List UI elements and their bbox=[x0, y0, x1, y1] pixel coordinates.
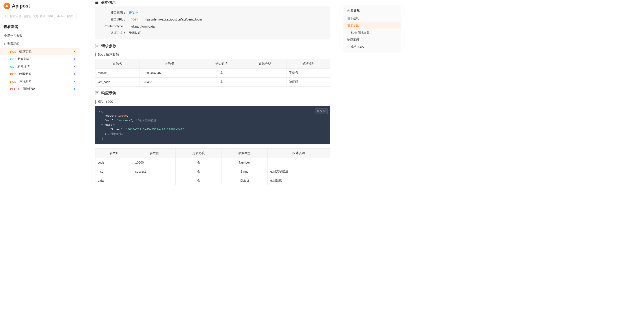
auth-value: 无需认证 bbox=[129, 31, 141, 35]
toc-item[interactable]: 请求参数 bbox=[344, 22, 401, 29]
accent-bar bbox=[95, 53, 96, 56]
table-header: 参数名 bbox=[96, 148, 133, 158]
table-cell bbox=[243, 78, 286, 87]
table-cell: 否 bbox=[176, 158, 222, 167]
logo-icon bbox=[4, 3, 10, 9]
content-type-label: Content-Type： bbox=[100, 24, 126, 28]
table-cell bbox=[267, 158, 330, 167]
table-header: 参数值 bbox=[133, 148, 176, 158]
api-item[interactable]: POST收藏新闻 bbox=[0, 70, 79, 78]
table-cell: 返回文字描述 bbox=[267, 167, 330, 176]
body-params-head: Body 请求参数 bbox=[95, 52, 330, 57]
api-name: 收藏新闻 bbox=[19, 72, 32, 76]
api-name: 删除评论 bbox=[23, 87, 35, 91]
table-cell: 否 bbox=[176, 167, 222, 176]
project-title: 查看新闻 bbox=[0, 21, 79, 31]
table-cell: msg bbox=[96, 167, 133, 176]
table-cell: 10000 bbox=[133, 158, 176, 167]
folder-item[interactable]: ▼ 查看新闻 bbox=[0, 40, 79, 48]
collapse-caret-icon[interactable]: ▼ bbox=[99, 110, 100, 113]
status-dot-icon bbox=[74, 66, 75, 67]
section-basic-info-head: ☰ 基本信息 bbox=[95, 0, 330, 5]
search-box[interactable] bbox=[2, 13, 76, 20]
api-item[interactable]: DELETE删除评论 bbox=[0, 85, 79, 93]
table-cell: 验证码 bbox=[286, 78, 330, 87]
main-content: ☰ 基本信息 接口状态： 开发中 接口URL： POST https://dem… bbox=[79, 0, 339, 332]
method-label: POST bbox=[10, 80, 18, 83]
copy-button[interactable]: 复制 bbox=[315, 108, 328, 114]
table-row: data否Object返回数据 bbox=[96, 176, 330, 185]
table-header: 参数类型 bbox=[222, 148, 267, 158]
table-header: 描述说明 bbox=[267, 148, 330, 158]
status-value[interactable]: 开发中 bbox=[129, 11, 138, 15]
table-cell: success bbox=[133, 167, 176, 176]
svg-point-0 bbox=[5, 15, 7, 17]
table-cell: 是 bbox=[200, 78, 243, 87]
api-item[interactable]: POST评论新闻 bbox=[0, 78, 79, 85]
table-header: 参数值 bbox=[140, 59, 200, 68]
global-params-link[interactable]: 全局公共参数 bbox=[0, 32, 79, 40]
toc-item[interactable]: 成功（200） bbox=[344, 43, 401, 50]
table-row: code10000否Number bbox=[96, 158, 330, 167]
toc-title: 内容导航 bbox=[344, 8, 401, 15]
copy-icon bbox=[317, 110, 319, 113]
table-header: 是否必填 bbox=[176, 148, 222, 158]
section-icon: ☰ bbox=[95, 0, 98, 5]
accent-bar bbox=[95, 100, 96, 104]
search-input[interactable] bbox=[10, 14, 74, 18]
section-response-head: ☰ 响应示例 bbox=[95, 90, 330, 96]
table-cell: 18289454846 bbox=[140, 68, 200, 78]
app-name: Apipost bbox=[12, 3, 30, 9]
app-logo: Apipost bbox=[0, 0, 79, 11]
method-badge: POST bbox=[129, 18, 140, 22]
table-row: msgsuccess否String返回文字描述 bbox=[96, 167, 330, 176]
table-cell: 手机号 bbox=[286, 68, 330, 78]
table-cell bbox=[243, 68, 286, 78]
status-dot-icon bbox=[74, 58, 75, 60]
status-dot-icon bbox=[74, 88, 75, 90]
table-cell: data bbox=[96, 176, 133, 185]
toc-item[interactable]: 基本信息 bbox=[344, 15, 401, 22]
table-cell: ver_code bbox=[96, 78, 140, 87]
table-cell: 返回数据 bbox=[267, 176, 330, 185]
api-item[interactable]: POST登录功能 bbox=[0, 48, 79, 55]
table-cell: String bbox=[222, 167, 267, 176]
method-label: GET bbox=[10, 65, 16, 68]
table-row: ver_code123456是验证码 bbox=[96, 78, 330, 87]
status-dot-icon bbox=[74, 51, 75, 52]
section-request-params-head: ☰ 请求参数 bbox=[95, 44, 330, 48]
url-label: 接口URL： bbox=[100, 18, 126, 22]
table-header: 描述说明 bbox=[286, 59, 330, 68]
response-params-table: 参数名参数值是否必填参数类型描述说明 code10000否Numbermsgsu… bbox=[95, 148, 330, 185]
table-cell: 123456 bbox=[140, 78, 200, 87]
section-icon: ☰ bbox=[95, 91, 99, 95]
sidebar: Apipost 查看新闻 全局公共参数 ▼ 查看新闻 POST登录功能GET新闻… bbox=[0, 0, 79, 332]
toc-item[interactable]: Body 请求参数 bbox=[344, 29, 401, 36]
api-name: 新闻详情 bbox=[18, 64, 30, 68]
table-header: 参数类型 bbox=[243, 59, 286, 68]
table-cell: 否 bbox=[176, 176, 222, 185]
method-label: POST bbox=[10, 72, 18, 76]
api-item[interactable]: GET新闻列表 bbox=[0, 55, 79, 63]
table-cell: Object bbox=[222, 176, 267, 185]
svg-line-1 bbox=[7, 17, 8, 18]
api-name: 登录功能 bbox=[19, 50, 32, 54]
table-cell: Number bbox=[222, 158, 267, 167]
toc-item[interactable]: 响应示例 bbox=[344, 36, 401, 43]
api-item[interactable]: GET新闻详情 bbox=[0, 63, 79, 70]
caret-down-icon: ▼ bbox=[4, 43, 6, 45]
section-icon: ☰ bbox=[95, 44, 99, 48]
content-type-value: multipart/form-data bbox=[129, 25, 154, 28]
method-label: DELETE bbox=[10, 88, 22, 91]
table-header: 是否必填 bbox=[200, 59, 243, 68]
collapse-caret-icon[interactable]: ▼ bbox=[102, 124, 103, 126]
table-cell: mobile bbox=[96, 68, 140, 78]
api-name: 评论新闻 bbox=[19, 80, 32, 84]
api-name: 新闻列表 bbox=[18, 57, 30, 61]
table-cell: 是 bbox=[200, 68, 243, 78]
status-dot-icon bbox=[74, 74, 75, 75]
method-label: GET bbox=[10, 58, 16, 61]
status-dot-icon bbox=[74, 81, 75, 82]
url-value: https://demo-api.apipost.cn/api/demo/log… bbox=[144, 18, 202, 21]
table-cell: code bbox=[96, 158, 133, 167]
